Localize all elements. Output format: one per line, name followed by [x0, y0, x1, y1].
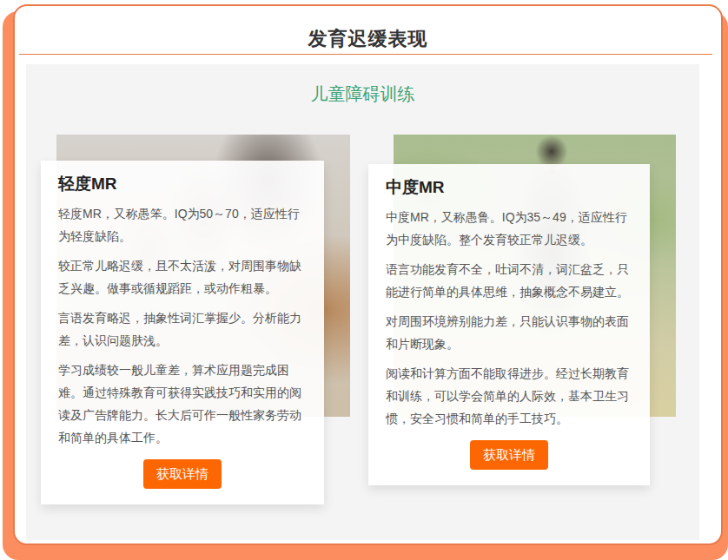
card-moderate-mr: 中度MR 中度MR，又称愚鲁。IQ为35～49，适应性行为中度缺陷。整个发育较正…: [368, 164, 650, 485]
button-row: 获取详情: [58, 459, 307, 489]
get-details-button[interactable]: 获取详情: [143, 459, 222, 489]
main-panel: 发育迟缓表现 儿童障碍训练 轻度MR 轻度MR，又称愚笨。IQ为50～70，适应…: [13, 4, 723, 545]
content-section: 儿童障碍训练 轻度MR 轻度MR，又称愚笨。IQ为50～70，适应性行为轻度缺陷…: [26, 64, 699, 540]
button-row: 获取详情: [386, 440, 632, 470]
page-title: 发育迟缓表现: [15, 26, 721, 52]
card-paragraph: 阅读和计算方面不能取得进步。经过长期教育和训练，可以学会简单的人际效，基本卫生习…: [386, 362, 632, 430]
card-paragraph: 对周围环境辨别能力差，只能认识事物的表面和片断现象。: [386, 310, 632, 355]
card-paragraph: 语言功能发育不全，吐词不清，词汇盆乏，只能进行简单的具体思维，抽象概念不易建立。: [386, 258, 632, 303]
card-paragraph: 学习成绩较一般儿童差，算术应用题完成困难。通过特殊教育可获得实践技巧和实用的阅读…: [58, 359, 307, 449]
card-paragraph: 较正常儿略迟缓，且不太活泼，对周围事物缺乏兴趣。做事或循规蹈距，或动作粗暴。: [58, 254, 307, 300]
card-title: 轻度MR: [58, 173, 307, 195]
card-paragraph: 轻度MR，又称愚笨。IQ为50～70，适应性行为轻度缺陷。: [58, 202, 307, 247]
card-mild-mr: 轻度MR 轻度MR，又称愚笨。IQ为50～70，适应性行为轻度缺陷。 较正常儿略…: [41, 161, 324, 504]
card-paragraph: 言语发育略迟，抽象性词汇掌握少。分析能力差，认识问题肤浅。: [58, 306, 307, 352]
card-paragraph: 中度MR，又称愚鲁。IQ为35～49，适应性行为中度缺陷。整个发育较正常儿迟缓。: [386, 206, 632, 251]
card-title: 中度MR: [386, 176, 632, 199]
title-divider: [19, 54, 712, 55]
get-details-button[interactable]: 获取详情: [470, 440, 548, 470]
section-subtitle: 儿童障碍训练: [26, 82, 699, 106]
